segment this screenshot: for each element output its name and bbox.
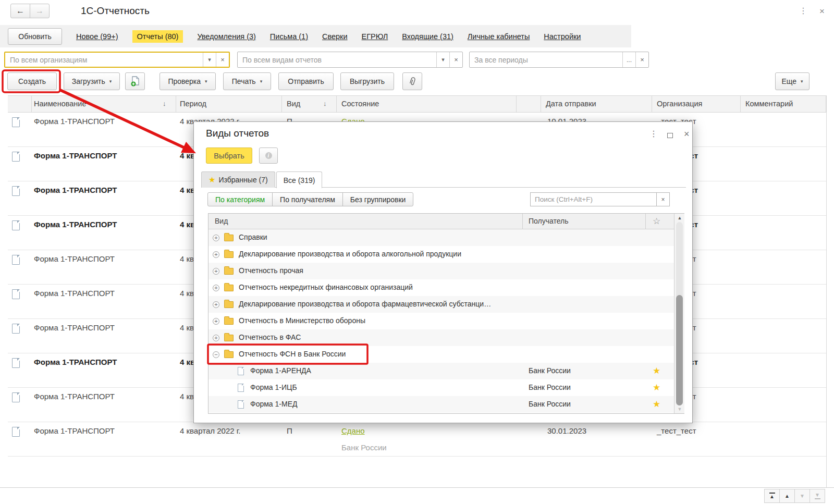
folder-icon (224, 335, 234, 341)
column-status[interactable]: Состояние (341, 100, 379, 108)
favorite-star-icon[interactable]: ★ (653, 399, 660, 410)
scrollbar-up-icon[interactable]: ▲ (674, 215, 685, 220)
favorite-column-icon[interactable]: ☆ (653, 216, 660, 227)
table-row[interactable]: Форма 1-ТРАНСПОРТ4 квартал 2022 г.ПСдано… (8, 422, 826, 457)
list-row-item[interactable]: Форма 1-АРЕНДАБанк России★ (208, 363, 674, 379)
list-row-recipient: Банк России (529, 383, 571, 391)
list-row-folder[interactable]: +Декларирование производства и оборота ф… (208, 296, 674, 313)
load-button[interactable]: Загрузить▾ (64, 72, 120, 90)
scrollbar-down-icon[interactable]: ▼ (674, 407, 685, 412)
list-scrollbar[interactable]: ▲ ▼ (674, 214, 684, 413)
list-column-vid[interactable]: Вид (215, 217, 228, 225)
collapse-icon[interactable]: − (213, 351, 219, 358)
expand-icon[interactable]: + (213, 235, 219, 241)
tab-reports[interactable]: Отчеты (80) (132, 30, 183, 43)
create-button[interactable]: Создать (7, 72, 57, 90)
report-kind-clear-icon[interactable]: × (449, 52, 462, 67)
check-button[interactable]: Проверка▾ (160, 72, 216, 90)
export-button[interactable]: Выгрузить (340, 72, 394, 90)
search-clear-icon[interactable]: × (657, 192, 670, 206)
list-row-item[interactable]: Форма 1-МЕДБанк России★ (208, 396, 674, 413)
dialog-search: Поиск (Ctrl+Alt+F) × (530, 192, 670, 206)
tab-favorites[interactable]: ★ Избранные (7) (201, 171, 275, 188)
list-row-item[interactable]: Форма 1-ИЦББанк России★ (208, 379, 674, 396)
list-row-folder[interactable]: +Отчетность в ФАС (208, 329, 674, 346)
column-period[interactable]: Период (180, 100, 206, 108)
refresh-button[interactable]: Обновить (8, 28, 62, 45)
period-more-icon[interactable]: ... (622, 52, 635, 67)
group-by-recipient-button[interactable]: По получателям (272, 192, 343, 206)
tab-notifications[interactable]: Уведомления (3) (197, 32, 255, 41)
expand-icon[interactable]: + (213, 268, 219, 275)
list-row-folder[interactable]: +Отчетность в Министерство обороны (208, 313, 674, 329)
scrollbar-thumb[interactable] (676, 295, 683, 405)
footer-divider (0, 487, 834, 488)
list-row-recipient: Банк России (529, 366, 571, 375)
period-filter[interactable]: За все периоды ... × (469, 52, 649, 68)
more-button[interactable]: Еще▾ (775, 72, 810, 90)
send-button[interactable]: Отправить (278, 72, 334, 90)
forward-button[interactable]: → (30, 4, 50, 18)
expand-icon[interactable]: + (213, 301, 219, 308)
tab-reconciliations[interactable]: Сверки (322, 32, 348, 41)
favorite-star-icon[interactable]: ★ (653, 382, 660, 393)
column-name[interactable]: Наименование (34, 100, 87, 108)
column-organization[interactable]: Организация (657, 100, 702, 108)
dialog-menu-icon[interactable]: ⋮ (649, 130, 658, 138)
dialog-close-icon[interactable]: × (684, 129, 690, 139)
tab-incoming[interactable]: Входящие (31) (402, 32, 453, 41)
folder-icon (224, 268, 234, 275)
report-kind-filter[interactable]: По всем видам отчетов ▾ × (237, 52, 463, 68)
history-nav: ← → (10, 4, 50, 18)
document-icon (238, 400, 244, 409)
tab-egrul[interactable]: ЕГРЮЛ (362, 32, 388, 41)
tab-all[interactable]: Все (319) (276, 171, 323, 188)
group-by-category-button[interactable]: По категориям (207, 192, 273, 206)
expand-icon[interactable]: + (213, 285, 219, 291)
tab-new[interactable]: Новое (99+) (76, 32, 118, 41)
list-column-recipient[interactable]: Получатель (529, 217, 569, 225)
cell-name: Форма 1-ТРАНСПОРТ (34, 254, 115, 263)
cell-name: Форма 1-ТРАНСПОРТ (34, 220, 117, 229)
report-kind-filter-value: По всем видам отчетов (238, 56, 436, 64)
tab-letters[interactable]: Письма (1) (270, 32, 308, 41)
tab-personal-accounts[interactable]: Личные кабинеты (468, 32, 530, 41)
expand-icon[interactable]: + (213, 318, 219, 325)
list-row-label: Форма 1-МЕД (250, 400, 297, 408)
print-dropdown-icon: ▾ (260, 79, 263, 84)
status-link[interactable]: Сдано (341, 426, 365, 435)
favorite-star-icon[interactable]: ★ (653, 365, 660, 376)
list-row-folder[interactable]: +Отчетность прочая (208, 263, 674, 279)
no-grouping-button[interactable]: Без группировки (342, 192, 414, 206)
attachments-button[interactable] (402, 72, 422, 90)
window-close-icon[interactable]: × (819, 7, 825, 16)
list-row-folder[interactable]: +Декларирование производства и оборота а… (208, 246, 674, 263)
expand-icon[interactable]: + (213, 335, 219, 341)
period-clear-icon[interactable]: × (635, 52, 648, 67)
organization-dropdown-icon[interactable]: ▾ (203, 53, 216, 67)
tab-settings[interactable]: Настройки (544, 32, 581, 41)
list-row-folder[interactable]: +Отчетность некредитных финансовых орган… (208, 279, 674, 296)
list-row-folder[interactable]: −Отчетность ФСН в Банк России (208, 346, 674, 363)
search-input[interactable]: Поиск (Ctrl+Alt+F) (530, 192, 657, 206)
select-button[interactable]: Выбрать (206, 147, 252, 164)
scroll-to-top-button[interactable]: ▲ (764, 489, 780, 503)
report-kind-dropdown-icon[interactable]: ▾ (436, 52, 449, 67)
info-button[interactable]: i (259, 147, 278, 164)
column-comment[interactable]: Комментарий (745, 100, 793, 108)
organization-filter[interactable]: По всем организациям ▾ × (4, 52, 230, 68)
print-button[interactable]: Печать▾ (223, 72, 271, 90)
load-from-file-button[interactable] (125, 72, 145, 90)
list-row-folder[interactable]: +Справки (208, 229, 674, 246)
column-sent-date[interactable]: Дата отправки (546, 100, 596, 108)
scroll-to-bottom-button[interactable]: ▼ (810, 489, 825, 503)
scroll-down-icon: ▼ (800, 494, 805, 499)
scroll-up-button[interactable]: ▲ (779, 489, 795, 503)
expand-icon[interactable]: + (213, 251, 219, 258)
dialog-maximize-icon[interactable] (667, 131, 673, 140)
organization-clear-icon[interactable]: × (216, 53, 229, 67)
column-vid[interactable]: Вид (287, 100, 300, 108)
window-menu-icon[interactable]: ⋮ (799, 7, 807, 15)
back-button[interactable]: ← (10, 4, 30, 18)
scroll-down-button[interactable]: ▼ (794, 489, 810, 503)
